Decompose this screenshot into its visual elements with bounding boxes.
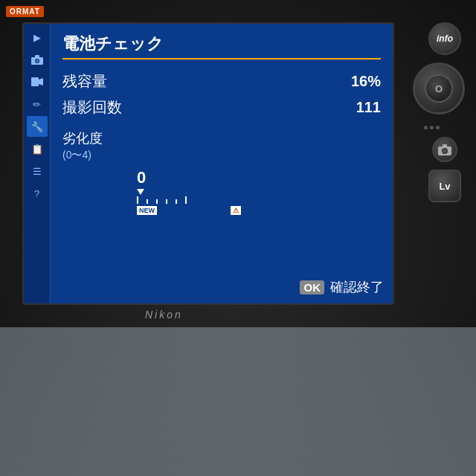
svg-rect-4 — [31, 77, 39, 86]
shot-count-label: 撮影回数 — [62, 97, 122, 118]
scale-pointer — [137, 189, 144, 195]
sidebar-icon-camera[interactable] — [27, 49, 48, 70]
tick-1 — [147, 199, 148, 204]
svg-marker-5 — [39, 78, 43, 86]
shot-count-value: 111 — [356, 99, 381, 116]
menu-sidebar: ▶ ✏ 🔧 📋 ☰ ? — [24, 24, 51, 303]
surface-background — [0, 327, 476, 476]
svg-point-2 — [36, 60, 39, 62]
screen-main-content: 電池チェック 残容量 16% 撮影回数 111 劣化度 (0〜4) 0 — [51, 24, 393, 303]
degradation-value: 0 — [137, 168, 241, 187]
svg-rect-9 — [443, 144, 447, 147]
tick-3 — [166, 199, 167, 204]
sidebar-icon-pencil[interactable]: ✏ — [27, 94, 48, 115]
screen-title: 電池チェック — [62, 33, 381, 55]
degradation-section: 劣化度 (0〜4) 0 NEW ⚠ — [62, 129, 381, 215]
mode-dial[interactable]: O — [413, 62, 465, 115]
sidebar-icon-help[interactable]: ? — [27, 183, 48, 204]
svg-rect-3 — [35, 55, 39, 58]
ok-badge: OK — [300, 280, 324, 295]
tick-4 — [176, 199, 177, 204]
sidebar-icon-play[interactable]: ▶ — [27, 27, 48, 48]
footer-text: 確認終了 — [330, 280, 384, 295]
sidebar-icon-settings[interactable]: 🔧 — [27, 116, 48, 137]
degradation-label: 劣化度 — [62, 129, 381, 147]
dots-indicator — [424, 126, 440, 129]
scale-new-label: NEW — [137, 206, 157, 215]
sidebar-icon-clipboard[interactable]: 📋 — [27, 138, 48, 159]
remaining-capacity-row: 残容量 16% — [62, 71, 381, 91]
svg-point-8 — [443, 149, 447, 153]
right-controls: info O Lv — [398, 22, 465, 202]
dial-inner: O — [425, 74, 453, 103]
degradation-scale: 0 NEW ⚠ — [137, 168, 241, 215]
remaining-value: 16% — [351, 73, 381, 90]
tick-0 — [137, 196, 138, 204]
scale-warn-label: ⚠ — [231, 206, 241, 215]
sidebar-icon-list[interactable]: ☰ — [27, 161, 48, 181]
remaining-label: 残容量 — [62, 71, 107, 91]
shot-count-row: 撮影回数 111 — [62, 97, 381, 118]
info-button[interactable]: info — [428, 22, 461, 55]
tick-2 — [156, 199, 158, 204]
title-underline — [62, 58, 381, 60]
scale-ticks — [137, 196, 241, 204]
lv-button[interactable]: Lv — [428, 170, 461, 202]
camera-screen: ▶ ✏ 🔧 📋 ☰ ? 電池チェック — [22, 22, 394, 305]
sidebar-icon-video[interactable] — [27, 71, 48, 92]
brand-ormat-label: ORMAT — [6, 6, 44, 17]
camera-button[interactable] — [432, 137, 457, 162]
nikon-brand-label: Nikon — [145, 309, 183, 321]
degradation-range: (0〜4) — [62, 149, 381, 162]
tick-5 — [185, 196, 187, 204]
footer-confirm: OK 確認終了 — [300, 278, 384, 296]
